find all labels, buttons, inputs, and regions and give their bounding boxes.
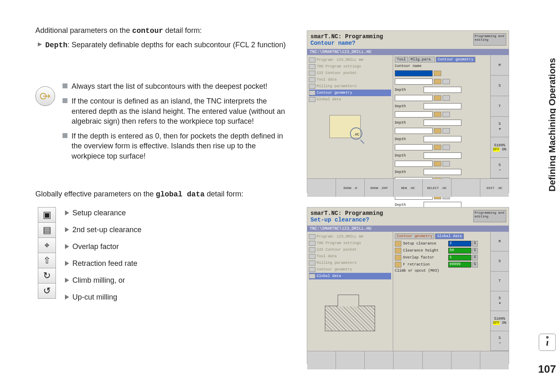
param-upcut: Up-cut milling (72, 293, 117, 302)
tree-tooldata[interactable]: Tool data (317, 78, 337, 82)
unit-g: G (472, 262, 478, 267)
tab-global-data[interactable]: Global data (435, 233, 463, 239)
param-setup-clearance: Setup clearance (72, 209, 126, 217)
select-icon[interactable] (434, 128, 441, 134)
tab-contour-geometry[interactable]: Contour geometry (395, 233, 434, 239)
tree-tooldata[interactable]: Tool data (317, 254, 337, 258)
side-s100[interactable]: S100%OFF ON (491, 311, 509, 331)
inp-row-7[interactable] (395, 161, 433, 167)
island-icon[interactable] (442, 145, 450, 150)
sk-show-dxf[interactable]: SHOW .DXF (365, 179, 394, 197)
side-t[interactable]: T (491, 96, 509, 117)
select-icon[interactable] (434, 79, 441, 84)
side-chapter-title: Defining Machining Operations (546, 35, 556, 215)
screenshot-contour-geometry: smarT.NC: Programming Contour name? Prog… (307, 30, 509, 193)
island-icon[interactable] (442, 95, 450, 101)
select-icon[interactable] (434, 161, 441, 166)
sk-blank[interactable] (307, 179, 336, 197)
inp-row-6[interactable] (395, 144, 433, 150)
inp-contour-name[interactable] (395, 70, 433, 76)
inp-depth-4[interactable] (424, 136, 461, 142)
inp-row-3[interactable] (395, 95, 433, 101)
inp-row-2[interactable] (395, 78, 433, 85)
val-f-retraction[interactable]: 99999 (448, 262, 471, 267)
lbl-depth: Depth (395, 137, 424, 141)
sk-blank[interactable] (394, 351, 422, 369)
tree-milling[interactable]: Milling parameters (317, 261, 357, 265)
side-s-plus[interactable]: S＋ (491, 291, 509, 311)
lbl-depth: Depth (395, 154, 424, 158)
val-overlap[interactable]: 1 (448, 255, 471, 261)
tree-contour-geometry[interactable]: Contour geometry (317, 91, 352, 95)
sk-blank[interactable] (365, 351, 394, 369)
side-s[interactable]: S (491, 76, 509, 96)
sk-show-h[interactable]: SHOW .H (336, 179, 365, 197)
tree-global[interactable]: Global data (317, 97, 341, 101)
global-icon (309, 97, 315, 102)
side-s-minus[interactable]: S－ (491, 158, 509, 178)
select-icon[interactable] (434, 71, 441, 76)
tree-contour-geometry[interactable]: Contour geometry (317, 267, 352, 272)
info-icon: ı (539, 334, 556, 351)
side-s-plus[interactable]: S＋ (491, 117, 509, 137)
side-m[interactable]: M (491, 232, 509, 251)
settings-icon (309, 64, 315, 69)
select-icon[interactable] (434, 145, 441, 150)
sh1-tree[interactable]: Program: 123_DRILL mm 700 Program settin… (307, 55, 393, 178)
sh2-mode: Programming and editing (473, 210, 506, 222)
val-setup-clearance[interactable]: 2 (448, 241, 471, 247)
sk-edit-hc[interactable]: EDIT .HC (480, 179, 509, 197)
island-icon[interactable] (442, 128, 450, 134)
island-icon[interactable] (442, 112, 450, 117)
sk-blank[interactable] (452, 351, 480, 369)
param-icon-column: ▣ ▤ ⌖ ⇧ ↻ ↺ (38, 207, 56, 299)
lbl-climb-upcut: Climb or upcut (M03) (395, 269, 448, 273)
tab-mllg[interactable]: Mllg.para. (409, 57, 435, 62)
side-m[interactable]: M (491, 55, 509, 76)
sk-blank[interactable] (452, 179, 480, 197)
inp-depth-1[interactable] (424, 87, 461, 93)
inp-depth-3[interactable] (424, 120, 461, 126)
island-icon[interactable] (442, 161, 450, 166)
select-icon[interactable] (434, 95, 441, 101)
lbl-depth: Depth (395, 170, 424, 174)
side-s-minus[interactable]: S－ (491, 331, 509, 351)
inp-depth-5[interactable] (424, 152, 461, 159)
svg-marker-2 (65, 210, 69, 215)
inp-depth-6[interactable] (424, 169, 461, 175)
global-a: Globally effective parameters on the (35, 190, 156, 198)
island-icon[interactable] (442, 79, 450, 84)
tree-milling[interactable]: Milling parameters (317, 84, 357, 88)
sk-blank[interactable] (480, 351, 509, 369)
sk-blank[interactable] (307, 351, 336, 369)
tab-tool[interactable]: Tool (395, 57, 408, 62)
tree-settings[interactable]: 700 Program settings (317, 65, 361, 69)
sk-blank[interactable] (336, 351, 365, 369)
sh2-tree[interactable]: Program: 123_DRILL mm 700 Program settin… (307, 232, 393, 351)
side-s100[interactable]: S100%OFF ON (491, 137, 509, 158)
sk-blank[interactable] (423, 351, 452, 369)
unit-g: G (472, 241, 478, 247)
unit-g: G (472, 255, 478, 261)
inp-row-5[interactable] (395, 128, 433, 134)
tab-contour-geometry[interactable]: Contour geometry (436, 57, 475, 62)
tree-settings[interactable]: 700 Program settings (317, 241, 361, 245)
tree-pocket[interactable]: 122 Contour pocket (317, 248, 357, 252)
tree-pocket[interactable]: 122 Contour pocket (317, 71, 357, 75)
side-t[interactable]: T (491, 272, 509, 291)
lbl-clearance-height: Clearance height (403, 249, 448, 253)
sk-select-hc[interactable]: SELECT .HC (423, 179, 452, 197)
val-clearance-height[interactable]: 50 (448, 248, 471, 254)
lbl-depth: Depth (395, 104, 424, 108)
triangle-icon (65, 276, 69, 285)
lbl-overlap: Overlap factor (403, 256, 448, 260)
inp-depth-2[interactable] (424, 103, 461, 109)
side-s[interactable]: S (491, 251, 509, 271)
sk-new-hc[interactable]: NEW .HC (394, 179, 422, 197)
tree-global[interactable]: Global data (317, 274, 341, 278)
select-icon[interactable] (434, 112, 441, 117)
inp-row-4[interactable] (395, 111, 433, 118)
bullet-icon (63, 98, 67, 103)
tree-program[interactable]: Program: 123_DRILL mm (317, 58, 363, 62)
tree-program[interactable]: Program: 123_DRILL mm (317, 235, 363, 239)
